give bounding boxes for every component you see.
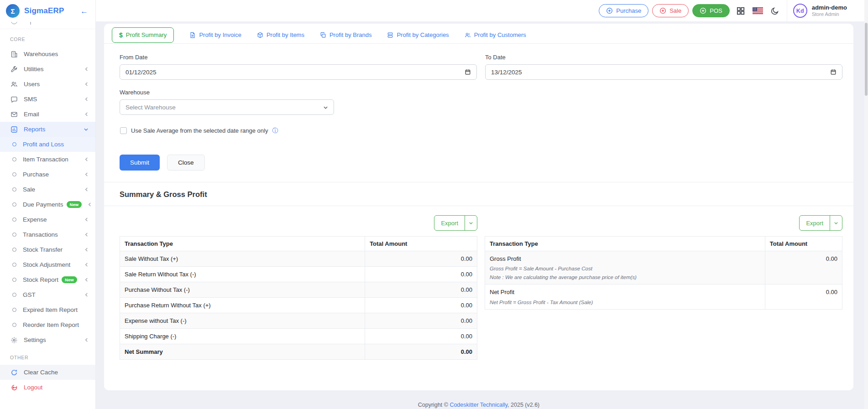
chevron-left-icon	[84, 82, 89, 87]
sidebar-item-email[interactable]: Email	[0, 107, 95, 122]
tab-profit-by-invoice[interactable]: Profit by Invoice	[189, 31, 241, 38]
mail-icon	[10, 111, 18, 118]
bar-chart-icon	[10, 126, 18, 133]
sidebar-item-stock-report[interactable]: Stock ReportNew	[0, 272, 95, 287]
sidebar-item-warehouses[interactable]: Warehouses	[0, 47, 95, 62]
sidebar-item-profit-and-loss[interactable]: Profit and Loss	[0, 137, 95, 152]
warehouse-placeholder: Select Warehouse	[125, 104, 323, 111]
calendar-icon[interactable]	[465, 69, 471, 75]
sidebar-item-label: Stock Adjustment	[23, 261, 78, 268]
sidebar-item-label: Purchase	[23, 171, 78, 178]
export-button-right[interactable]: Export	[799, 215, 842, 231]
submit-button[interactable]: Submit	[120, 155, 160, 171]
sidebar-item-settings[interactable]: Settings	[0, 332, 95, 347]
circle-icon	[12, 142, 16, 146]
sidebar-item-item-transaction[interactable]: Item Transaction	[0, 152, 95, 167]
sidebar-item-gst[interactable]: GST	[0, 287, 95, 302]
sidebar-item-sms[interactable]: SMS	[0, 92, 95, 107]
sidebar-item-stock-adjustment[interactable]: Stock Adjustment	[0, 257, 95, 272]
close-button[interactable]: Close	[167, 155, 205, 171]
apps-grid-icon[interactable]	[737, 7, 745, 15]
logout-icon	[10, 384, 18, 391]
table-row: Expense without Tax (-)0.00	[120, 313, 477, 329]
sidebar-item-stock-transfer[interactable]: Stock Transfer	[0, 242, 95, 257]
export-button-label[interactable]: Export	[434, 216, 465, 230]
tab-profit-by-customers[interactable]: Profit by Customers	[465, 31, 526, 38]
footer-link[interactable]: Codeskitter Technically	[450, 402, 507, 408]
chevron-left-icon	[84, 67, 89, 72]
tab-profit-by-items[interactable]: Profit by Items	[257, 31, 304, 38]
sale-average-checkbox[interactable]	[120, 127, 127, 134]
sidebar-item-sale[interactable]: Sale	[0, 182, 95, 197]
sidebar-item-expired-item-report[interactable]: Expired Item Report	[0, 302, 95, 317]
export-button-left[interactable]: Export	[434, 215, 477, 231]
gear-icon	[10, 337, 18, 344]
sale-button[interactable]: Sale	[652, 4, 689, 18]
column-header: Transaction Type	[120, 237, 365, 251]
page-scrollbar[interactable]	[864, 0, 868, 409]
tab-label: Profit by Invoice	[199, 31, 241, 38]
export-dropdown-caret-icon[interactable]	[465, 216, 477, 230]
table-row: Sale Without Tax (+)0.00	[120, 251, 477, 267]
export-dropdown-caret-icon[interactable]	[830, 216, 842, 230]
tab-label: Profit by Brands	[329, 31, 372, 38]
purchase-button[interactable]: Purchase	[599, 4, 648, 18]
pos-button[interactable]: POS	[692, 4, 729, 18]
chevron-left-icon	[88, 202, 92, 207]
sidebar-item-utilities[interactable]: Utilities	[0, 62, 95, 77]
chevron-left-icon	[84, 277, 89, 282]
sidebar-item-label: Utilities	[24, 66, 78, 72]
sidebar-item-logout[interactable]: Logout	[0, 380, 95, 395]
to-date-value: 13/12/2025	[491, 69, 830, 76]
sidebar-item-label: Sale	[23, 186, 78, 193]
from-date-input[interactable]: 01/12/2025	[120, 64, 477, 80]
stack-icon	[387, 32, 393, 38]
copy-icon	[320, 32, 326, 38]
sidebar-item-reorder-item-report[interactable]: Reorder Item Report	[0, 317, 95, 332]
sidebar-item-due-payments[interactable]: Due PaymentsNew	[0, 197, 95, 212]
warehouse-select[interactable]: Select Warehouse	[120, 99, 334, 115]
to-date-input[interactable]: 13/12/2025	[485, 64, 842, 80]
sale-button-label: Sale	[669, 7, 681, 15]
sidebar-item-expense[interactable]: Expense	[0, 212, 95, 227]
calendar-icon[interactable]	[830, 69, 837, 75]
sidebar-item-transactions[interactable]: Transactions	[0, 227, 95, 242]
sidebar-item-clear-cache[interactable]: Clear Cache	[0, 365, 95, 380]
sidebar-item-label: SMS	[24, 96, 78, 103]
export-button-label[interactable]: Export	[800, 216, 830, 230]
new-badge: New	[67, 201, 82, 208]
sidebar-section-core: CORE	[0, 29, 95, 47]
dark-mode-moon-icon[interactable]	[771, 7, 779, 15]
circle-icon	[12, 202, 16, 207]
circle-icon	[12, 263, 16, 267]
tab-profit-by-brands[interactable]: Profit by Brands	[320, 31, 372, 38]
copyright-text: Copyright ©	[418, 402, 448, 408]
circle-icon	[12, 323, 16, 327]
scrollbar-thumb[interactable]	[865, 23, 868, 96]
circle-icon	[12, 278, 16, 282]
tab-profit-by-categories[interactable]: Profit by Categories	[387, 31, 449, 38]
column-header: Transaction Type	[485, 237, 765, 251]
sidebar-item-reports[interactable]: Reports	[0, 122, 95, 137]
sidebar-item-label: Stock Report	[23, 276, 58, 283]
sidebar-item-users[interactable]: Users	[0, 77, 95, 92]
info-icon[interactable]: ⓘ	[272, 128, 278, 134]
refresh-icon	[10, 369, 18, 376]
table-row: Sale Return Without Tax (-)0.00	[120, 267, 477, 282]
partial-icon	[11, 22, 17, 24]
sale-average-label: Use Sale Average from the selected date …	[131, 127, 268, 134]
summary-right-column: Export Transaction Type Total Amount	[485, 215, 842, 360]
language-flag-icon[interactable]	[753, 7, 763, 14]
to-date-label: To Date	[485, 54, 842, 61]
tab-profit-summary[interactable]: $ Profit Summary	[112, 27, 174, 43]
user-menu[interactable]: Kd admin-demo Store Admin	[793, 4, 864, 18]
sidebar-section-other: OTHER	[0, 347, 95, 365]
sidebar-item-label: Transactions	[23, 231, 78, 238]
sidebar-item-purchase[interactable]: Purchase	[0, 167, 95, 182]
header-divider	[787, 0, 787, 21]
sidebar-collapse-icon[interactable]: ←	[80, 7, 88, 15]
row-note: Gross Profit = Sale Amount - Purchase Co…	[490, 266, 760, 271]
sidebar-item-label: Warehouses	[24, 51, 89, 57]
row-note: Note : We are calculating the average pu…	[490, 274, 760, 280]
sidebar-item-label: Logout	[24, 384, 89, 391]
